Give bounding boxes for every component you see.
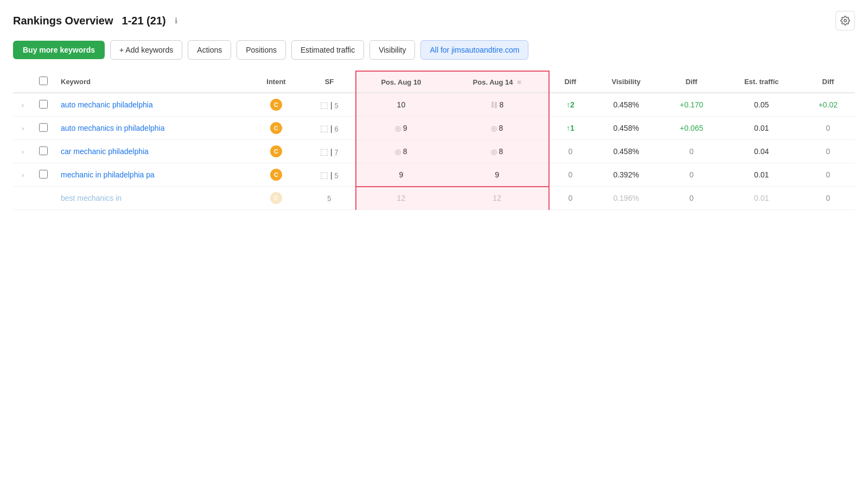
keyword-link[interactable]: auto mechanic philadelphia <box>61 100 153 109</box>
row-checkbox-cell <box>33 140 54 163</box>
sf-cell: ⬚ | 5 <box>303 163 356 187</box>
row-checkbox[interactable] <box>39 100 48 109</box>
diff-value: ↑2 <box>566 100 575 109</box>
keyword-cell: auto mechanic philadelphia <box>54 93 249 117</box>
expand-cell: › <box>13 93 33 117</box>
expand-button[interactable]: › <box>20 101 26 109</box>
intent-badge: C <box>270 145 282 157</box>
pos-aug10-cell: ◎ 9 <box>356 117 445 140</box>
info-icon[interactable]: ℹ <box>175 16 177 25</box>
keyword-link[interactable]: best mechanics in <box>61 194 122 202</box>
toolbar: Buy more keywords + Add keywords Actions… <box>13 40 855 60</box>
est-diff-value: 0 <box>826 170 830 179</box>
keyword-link[interactable]: car mechanic philadelphia <box>61 147 149 156</box>
col-diff2: Diff <box>661 71 722 93</box>
link-icon: ⛓ <box>490 101 500 109</box>
pos-aug10-cell: 10 <box>356 93 445 117</box>
expand-button[interactable]: › <box>20 148 26 156</box>
settings-button[interactable] <box>835 11 855 30</box>
estimated-traffic-tab[interactable]: Estimated traffic <box>291 40 364 60</box>
diff-value: ↑1 <box>566 124 575 132</box>
diff-cell: ↑1 <box>549 117 591 140</box>
diff-cell: 0 <box>549 140 591 163</box>
intent-badge: C <box>270 99 282 111</box>
actions-button[interactable]: Actions <box>188 40 231 60</box>
diff-value: 0 <box>568 147 572 156</box>
sf-image-icon: ⬚ <box>320 147 328 156</box>
add-keywords-button[interactable]: + Add keywords <box>110 40 182 60</box>
row-checkbox[interactable] <box>39 170 48 179</box>
est-diff-cell: 0 <box>801 187 855 210</box>
intent-cell: C <box>249 163 303 187</box>
visibility-cell: 0.458% <box>591 140 661 163</box>
sf-number[interactable]: 5 <box>327 194 331 202</box>
intent-cell: C <box>249 187 303 210</box>
intent-cell: C <box>249 140 303 163</box>
expand-button[interactable]: › <box>20 171 26 179</box>
sf-cell: 5 <box>303 187 356 210</box>
expand-cell: › <box>13 140 33 163</box>
sf-number[interactable]: 5 <box>335 171 339 180</box>
row-checkbox-cell <box>33 163 54 187</box>
pos-aug10-cell: 9 <box>356 163 445 187</box>
keyword-link[interactable]: auto mechanics in philadelphia <box>61 124 164 132</box>
intent-cell: C <box>249 93 303 117</box>
est-diff-cell: +0.02 <box>801 93 855 117</box>
col-diff: Diff <box>549 71 591 93</box>
buy-keywords-button[interactable]: Buy more keywords <box>13 41 105 59</box>
expand-button[interactable]: › <box>20 125 26 132</box>
intent-cell: C <box>249 117 303 140</box>
sf-image-icon: ⬚ <box>320 170 328 180</box>
est-traffic-cell: 0.01 <box>722 117 801 140</box>
all-for-tab[interactable]: All for jimsautoandtire.com <box>420 40 528 60</box>
expand-cell: › <box>13 163 33 187</box>
col-intent: Intent <box>249 71 303 93</box>
vis-diff-cell: +0.170 <box>661 93 722 117</box>
col-sf: SF <box>303 71 356 93</box>
sort-icon[interactable]: ≡ <box>517 78 521 86</box>
vis-diff-cell: 0 <box>661 163 722 187</box>
sf-number[interactable]: 7 <box>335 148 339 156</box>
pos-aug14-cell: ◎ 8 <box>445 117 548 140</box>
location-icon: ◎ <box>491 124 499 132</box>
vis-diff-value: +0.170 <box>680 100 703 109</box>
sf-number[interactable]: 5 <box>335 101 339 110</box>
sf-image-icon: ⬚ <box>320 100 328 110</box>
est-traffic-cell: 0.01 <box>722 163 801 187</box>
row-checkbox-cell <box>33 187 54 210</box>
location-icon: ◎ <box>395 124 403 132</box>
location-icon: ◎ <box>491 148 499 156</box>
diff-cell: 0 <box>549 163 591 187</box>
page-title: Rankings Overview <box>13 15 113 27</box>
pos-aug14-cell: 9 <box>445 163 548 187</box>
pos-aug14-cell: ⛓ 8 <box>445 93 548 117</box>
sf-cell: ⬚ | 6 <box>303 117 356 140</box>
rankings-table: Keyword Intent SF Pos. Aug 10 Pos. Aug 1… <box>13 71 855 210</box>
location-icon: ◎ <box>395 148 403 156</box>
intent-badge: C <box>270 192 282 204</box>
vis-diff-value: 0 <box>690 147 694 156</box>
vis-diff-cell: 0 <box>661 140 722 163</box>
col-visibility: Visibility <box>591 71 661 93</box>
visibility-cell: 0.196% <box>591 187 661 210</box>
sf-cell: ⬚ | 7 <box>303 140 356 163</box>
keyword-cell: best mechanics in <box>54 187 249 210</box>
visibility-tab[interactable]: Visibility <box>369 40 415 60</box>
pos-aug10-cell: 12 <box>356 187 445 210</box>
row-checkbox[interactable] <box>39 147 48 155</box>
est-traffic-cell: 0.01 <box>722 187 801 210</box>
sf-number[interactable]: 6 <box>335 125 339 133</box>
sf-cell: ⬚ | 5 <box>303 93 356 117</box>
keyword-link[interactable]: mechanic in philadelphia pa <box>61 170 155 179</box>
select-all-checkbox[interactable] <box>39 77 48 85</box>
col-pos-aug14[interactable]: Pos. Aug 14 ≡ <box>445 71 548 93</box>
col-pos-aug10[interactable]: Pos. Aug 10 <box>356 71 445 93</box>
diff-value: 0 <box>568 170 572 179</box>
intent-badge: C <box>270 169 282 181</box>
pos-aug10-cell: ◎ 8 <box>356 140 445 163</box>
est-diff-value: 0 <box>826 147 830 156</box>
visibility-cell: 0.392% <box>591 163 661 187</box>
diff-cell: 0 <box>549 187 591 210</box>
positions-tab[interactable]: Positions <box>237 40 286 60</box>
row-checkbox[interactable] <box>39 123 48 132</box>
